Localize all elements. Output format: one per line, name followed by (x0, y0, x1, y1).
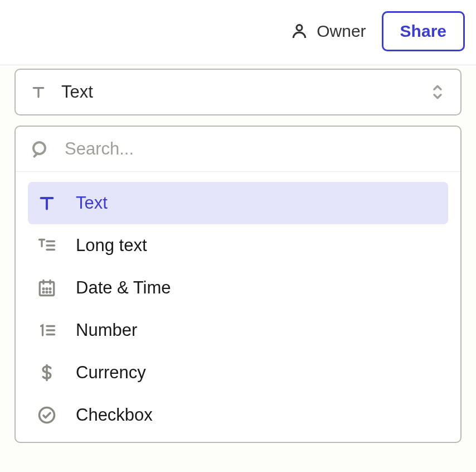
text-icon (30, 84, 47, 100)
field-type-selector[interactable]: Text (14, 69, 462, 115)
chevron-up-down-icon (429, 82, 446, 102)
options-list: Text Long text (16, 172, 460, 436)
svg-point-5 (50, 288, 51, 290)
share-button[interactable]: Share (382, 11, 465, 51)
svg-point-4 (46, 288, 47, 290)
long-text-icon (37, 235, 57, 256)
svg-point-7 (46, 292, 47, 293)
option-checkbox[interactable]: Checkbox (28, 394, 448, 436)
search-input[interactable] (65, 139, 446, 159)
search-icon (30, 139, 50, 159)
owner-indicator[interactable]: Owner (290, 22, 366, 41)
option-long-text[interactable]: Long text (28, 224, 448, 267)
option-number[interactable]: Number (28, 309, 448, 351)
option-label: Date & Time (76, 278, 171, 298)
option-datetime[interactable]: Date & Time (28, 267, 448, 309)
option-label: Currency (76, 363, 146, 383)
owner-label: Owner (317, 22, 366, 41)
currency-icon (37, 363, 57, 383)
svg-point-1 (33, 142, 45, 154)
option-label: Text (76, 193, 108, 213)
search-row (16, 127, 460, 172)
option-text[interactable]: Text (28, 182, 448, 224)
datetime-icon (37, 278, 57, 298)
option-currency[interactable]: Currency (28, 351, 448, 394)
checkbox-icon (37, 405, 57, 425)
option-label: Number (76, 320, 137, 340)
option-label: Checkbox (76, 405, 153, 425)
svg-point-8 (50, 292, 51, 293)
text-icon (37, 193, 57, 213)
header-bar: Owner Share (0, 0, 476, 65)
field-type-dropdown: Text Long text (14, 126, 462, 443)
option-label: Long text (76, 235, 147, 256)
svg-point-0 (297, 25, 302, 31)
content-area: Text Text (0, 69, 476, 443)
number-icon (37, 320, 57, 340)
svg-point-3 (43, 288, 44, 290)
svg-point-6 (43, 292, 44, 293)
field-type-selected-label: Text (61, 82, 93, 102)
owner-icon (290, 22, 309, 41)
